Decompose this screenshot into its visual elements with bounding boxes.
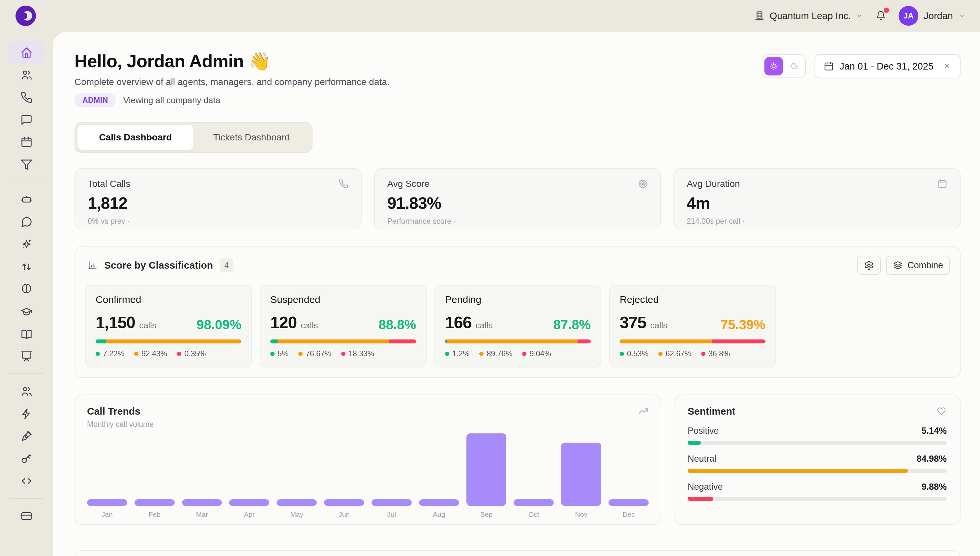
axis-label-dec: Dec xyxy=(608,511,649,519)
page-title: Hello, Jordan Admin 👋 xyxy=(74,51,390,71)
chart-column-icon xyxy=(88,260,97,270)
bar-mar[interactable] xyxy=(182,499,222,506)
graduation-cap-icon xyxy=(21,305,32,318)
combine-button[interactable]: Combine xyxy=(886,256,950,275)
bar-nov[interactable] xyxy=(561,443,601,506)
bar-apr[interactable] xyxy=(229,499,269,506)
bar-may[interactable] xyxy=(277,499,317,506)
tab-calls-dashboard[interactable]: Calls Dashboard xyxy=(78,125,194,150)
role-badge: ADMIN xyxy=(74,93,116,107)
sentiment-bar xyxy=(687,497,947,501)
classification-card-suspended[interactable]: Suspended 120calls 88.8% 5%76.67%18.33% xyxy=(260,285,427,367)
classification-count-badge: 4 xyxy=(220,259,233,272)
bar-feb[interactable] xyxy=(134,499,175,506)
sidebar-item-bot[interactable] xyxy=(8,188,45,211)
phone-icon xyxy=(338,179,348,189)
classification-settings-button[interactable] xyxy=(857,256,881,275)
sidebar-item-design[interactable] xyxy=(8,425,45,447)
users-icon xyxy=(21,69,32,81)
classification-legend: 7.22%92.43%0.35% xyxy=(95,349,241,358)
user-menu[interactable]: JA Jordan xyxy=(899,6,965,26)
viewing-note: Viewing all company data xyxy=(123,95,220,105)
classification-card-rejected[interactable]: Rejected 375calls 75.39% 0.53%62.67%36.8… xyxy=(609,285,776,367)
call-trends-card: Call Trends Monthly call volume JanFebMa… xyxy=(74,394,661,525)
sidebar-item-filters[interactable] xyxy=(8,153,45,176)
arrow-up-down-icon xyxy=(21,261,32,273)
bar-aug[interactable] xyxy=(419,499,459,506)
greeting-block: Hello, Jordan Admin 👋 Complete overview … xyxy=(74,51,390,107)
legend-item: 7.22% xyxy=(95,349,124,358)
sidebar-item-messages[interactable] xyxy=(8,108,45,131)
sidebar-item-access[interactable] xyxy=(8,447,45,470)
sentiment-bar xyxy=(687,441,947,445)
bar-jul[interactable] xyxy=(372,499,412,506)
sidebar-divider xyxy=(9,182,44,182)
stats-row: Total Calls 1,812 0% vs prev · Avg Score… xyxy=(74,168,961,230)
bar-sep[interactable] xyxy=(466,433,507,506)
axis-label-may: May xyxy=(277,511,317,519)
bar-jun[interactable] xyxy=(324,499,364,506)
tab-tickets-dashboard[interactable]: Tickets Dashboard xyxy=(194,125,309,150)
card-title: Sentiment xyxy=(687,406,736,417)
light-mode-button[interactable] xyxy=(765,57,783,76)
classification-calls: 375calls xyxy=(620,313,667,332)
dark-mode-button[interactable] xyxy=(785,57,803,76)
sidebar-item-chat[interactable] xyxy=(8,211,45,233)
sparkles-icon xyxy=(21,238,32,251)
classification-name: Confirmed xyxy=(95,294,241,305)
axis-label-jun: Jun xyxy=(324,511,364,519)
legend-item: 76.67% xyxy=(298,349,331,358)
sidebar-item-intelligence[interactable] xyxy=(8,278,45,300)
bot-icon xyxy=(21,194,32,206)
stat-value: 4m xyxy=(687,194,948,213)
app-logo[interactable] xyxy=(16,6,36,26)
axis-label-sep: Sep xyxy=(466,511,507,519)
date-range-picker[interactable]: Jan 01 - Dec 31, 2025 xyxy=(815,54,961,78)
page-header: Hello, Jordan Admin 👋 Complete overview … xyxy=(74,51,961,107)
zap-icon xyxy=(21,408,32,420)
charts-row: Call Trends Monthly call volume JanFebMa… xyxy=(74,394,961,525)
stat-value: 91.83% xyxy=(387,194,648,213)
calendar-icon xyxy=(21,136,32,148)
sentiment-card: Sentiment Positive5.14% Neutral84.98% Ne… xyxy=(674,394,961,525)
theme-toggle[interactable] xyxy=(762,54,806,78)
sidebar-item-calls[interactable] xyxy=(8,86,45,108)
bar-oct[interactable] xyxy=(514,499,554,506)
axis-label-mar: Mar xyxy=(182,511,222,519)
sentiment-bar-fill xyxy=(687,497,713,501)
sidebar-item-users[interactable] xyxy=(8,64,45,86)
calendar-icon xyxy=(938,179,948,189)
notifications-button[interactable] xyxy=(875,10,886,22)
classification-card-confirmed[interactable]: Confirmed 1,150calls 98.09% 7.22%92.43%0… xyxy=(85,285,252,367)
company-selector[interactable]: Quantum Leap Inc. xyxy=(754,11,863,21)
card-subtitle: Monthly call volume xyxy=(87,420,154,429)
sidebar-item-home[interactable] xyxy=(8,41,45,64)
axis-label-aug: Aug xyxy=(419,511,459,519)
sidebar-item-teams[interactable] xyxy=(8,380,45,402)
sentiment-label: Positive xyxy=(687,426,719,436)
sidebar-item-presentations[interactable] xyxy=(8,345,45,367)
sidebar-item-library[interactable] xyxy=(8,323,45,345)
chevron-down-icon xyxy=(856,12,863,19)
sidebar-item-training[interactable] xyxy=(8,300,45,323)
combine-label: Combine xyxy=(907,260,943,271)
legend-item: 0.53% xyxy=(620,349,648,358)
sidebar-item-ai[interactable] xyxy=(8,233,45,255)
message-circle-icon xyxy=(21,216,32,228)
sidebar-item-billing[interactable] xyxy=(8,504,45,527)
bar-jan[interactable] xyxy=(87,499,127,506)
credit-card-icon xyxy=(21,510,32,522)
classification-card-pending[interactable]: Pending 166calls 87.8% 1.2%89.76%9.04% xyxy=(435,285,601,367)
sidebar-item-automations[interactable] xyxy=(8,402,45,425)
bar-dec[interactable] xyxy=(608,499,649,506)
sidebar-item-developer[interactable] xyxy=(8,470,45,492)
heart-icon xyxy=(936,406,947,416)
sidebar-item-transfers[interactable] xyxy=(8,255,45,278)
classification-progress-bar xyxy=(95,339,241,343)
legend-item: 0.35% xyxy=(177,349,206,358)
sidebar-item-calendar[interactable] xyxy=(8,131,45,153)
legend-item: 89.76% xyxy=(479,349,512,358)
filter-icon xyxy=(21,158,32,171)
clear-date-icon[interactable] xyxy=(943,62,951,71)
sidebar-divider xyxy=(9,373,44,374)
